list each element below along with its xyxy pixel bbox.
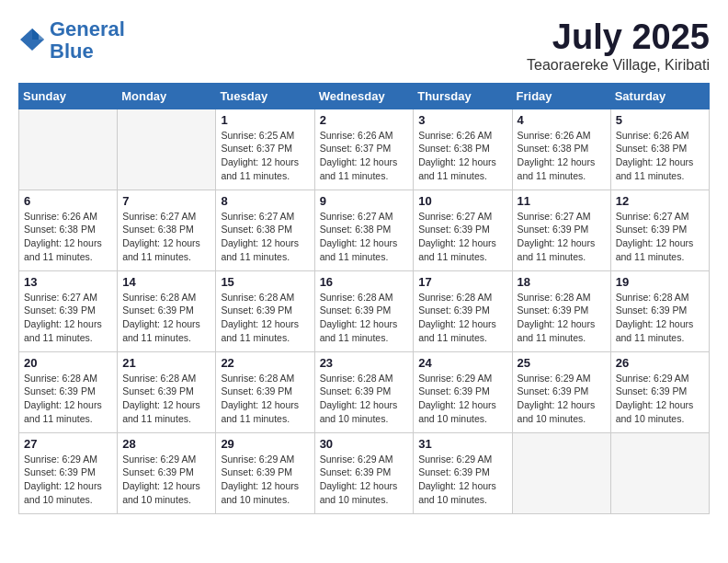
calendar-cell: 28Sunrise: 6:29 AM Sunset: 6:39 PM Dayli… <box>118 432 216 513</box>
day-number: 28 <box>122 437 210 451</box>
day-number: 1 <box>221 113 309 127</box>
weekday-header-sunday: Sunday <box>19 83 118 109</box>
calendar-cell: 31Sunrise: 6:29 AM Sunset: 6:39 PM Dayli… <box>414 432 512 513</box>
day-info: Sunrise: 6:26 AM Sunset: 6:38 PM Dayligh… <box>616 129 704 183</box>
day-number: 15 <box>221 275 309 289</box>
weekday-header-wednesday: Wednesday <box>314 83 414 109</box>
day-number: 22 <box>221 356 309 370</box>
svg-marker-2 <box>39 34 44 40</box>
day-number: 13 <box>24 275 112 289</box>
calendar-cell: 20Sunrise: 6:28 AM Sunset: 6:39 PM Dayli… <box>19 351 118 432</box>
day-number: 12 <box>616 194 704 208</box>
day-number: 26 <box>616 356 704 370</box>
day-info: Sunrise: 6:28 AM Sunset: 6:39 PM Dayligh… <box>221 291 309 345</box>
day-info: Sunrise: 6:29 AM Sunset: 6:39 PM Dayligh… <box>418 372 506 426</box>
calendar-cell: 4Sunrise: 6:26 AM Sunset: 6:38 PM Daylig… <box>512 109 610 190</box>
calendar-cell <box>512 432 610 513</box>
day-info: Sunrise: 6:27 AM Sunset: 6:39 PM Dayligh… <box>418 210 506 264</box>
day-info: Sunrise: 6:29 AM Sunset: 6:39 PM Dayligh… <box>122 453 210 507</box>
day-number: 24 <box>418 356 506 370</box>
day-info: Sunrise: 6:29 AM Sunset: 6:39 PM Dayligh… <box>616 372 704 426</box>
day-info: Sunrise: 6:27 AM Sunset: 6:39 PM Dayligh… <box>518 210 606 264</box>
day-info: Sunrise: 6:28 AM Sunset: 6:39 PM Dayligh… <box>418 291 506 345</box>
calendar-cell: 15Sunrise: 6:28 AM Sunset: 6:39 PM Dayli… <box>216 270 314 351</box>
calendar-cell: 19Sunrise: 6:28 AM Sunset: 6:39 PM Dayli… <box>610 270 709 351</box>
day-number: 6 <box>24 194 112 208</box>
calendar-cell: 29Sunrise: 6:29 AM Sunset: 6:39 PM Dayli… <box>216 432 314 513</box>
day-info: Sunrise: 6:26 AM Sunset: 6:38 PM Dayligh… <box>24 210 112 264</box>
week-row-2: 6Sunrise: 6:26 AM Sunset: 6:38 PM Daylig… <box>19 190 710 270</box>
logo-text: General Blue <box>50 18 125 63</box>
calendar-cell: 11Sunrise: 6:27 AM Sunset: 6:39 PM Dayli… <box>512 190 610 270</box>
day-number: 8 <box>221 194 309 208</box>
day-number: 16 <box>320 275 409 289</box>
calendar-cell: 12Sunrise: 6:27 AM Sunset: 6:39 PM Dayli… <box>610 190 709 270</box>
location-title: Teaoraereke Village, Kiribati <box>527 57 710 74</box>
calendar-cell: 18Sunrise: 6:28 AM Sunset: 6:39 PM Dayli… <box>512 270 610 351</box>
day-info: Sunrise: 6:28 AM Sunset: 6:39 PM Dayligh… <box>320 372 409 426</box>
day-info: Sunrise: 6:29 AM Sunset: 6:39 PM Dayligh… <box>320 453 409 507</box>
day-info: Sunrise: 6:28 AM Sunset: 6:39 PM Dayligh… <box>122 291 210 345</box>
day-info: Sunrise: 6:28 AM Sunset: 6:39 PM Dayligh… <box>24 372 112 426</box>
day-number: 20 <box>24 356 112 370</box>
day-info: Sunrise: 6:28 AM Sunset: 6:39 PM Dayligh… <box>518 291 606 345</box>
calendar-cell: 22Sunrise: 6:28 AM Sunset: 6:39 PM Dayli… <box>216 351 314 432</box>
weekday-header-monday: Monday <box>118 83 216 109</box>
day-number: 2 <box>320 113 409 127</box>
calendar-cell: 30Sunrise: 6:29 AM Sunset: 6:39 PM Dayli… <box>314 432 414 513</box>
day-number: 9 <box>320 194 409 208</box>
calendar: SundayMondayTuesdayWednesdayThursdayFrid… <box>18 83 710 514</box>
calendar-cell: 7Sunrise: 6:27 AM Sunset: 6:38 PM Daylig… <box>118 190 216 270</box>
week-row-1: 1Sunrise: 6:25 AM Sunset: 6:37 PM Daylig… <box>19 109 710 190</box>
week-row-4: 20Sunrise: 6:28 AM Sunset: 6:39 PM Dayli… <box>19 351 710 432</box>
calendar-cell: 1Sunrise: 6:25 AM Sunset: 6:37 PM Daylig… <box>216 109 314 190</box>
calendar-cell: 17Sunrise: 6:28 AM Sunset: 6:39 PM Dayli… <box>414 270 512 351</box>
day-info: Sunrise: 6:25 AM Sunset: 6:37 PM Dayligh… <box>221 129 309 183</box>
day-info: Sunrise: 6:28 AM Sunset: 6:39 PM Dayligh… <box>616 291 704 345</box>
day-info: Sunrise: 6:29 AM Sunset: 6:39 PM Dayligh… <box>418 453 506 507</box>
logo-icon <box>18 27 46 54</box>
day-info: Sunrise: 6:28 AM Sunset: 6:39 PM Dayligh… <box>122 372 210 426</box>
calendar-cell: 24Sunrise: 6:29 AM Sunset: 6:39 PM Dayli… <box>414 351 512 432</box>
day-info: Sunrise: 6:28 AM Sunset: 6:39 PM Dayligh… <box>221 372 309 426</box>
calendar-cell <box>19 109 118 190</box>
calendar-cell <box>118 109 216 190</box>
day-number: 29 <box>221 437 309 451</box>
calendar-cell: 27Sunrise: 6:29 AM Sunset: 6:39 PM Dayli… <box>19 432 118 513</box>
day-info: Sunrise: 6:27 AM Sunset: 6:39 PM Dayligh… <box>24 291 112 345</box>
day-info: Sunrise: 6:29 AM Sunset: 6:39 PM Dayligh… <box>221 453 309 507</box>
day-info: Sunrise: 6:29 AM Sunset: 6:39 PM Dayligh… <box>24 453 112 507</box>
day-number: 31 <box>418 437 506 451</box>
calendar-cell: 5Sunrise: 6:26 AM Sunset: 6:38 PM Daylig… <box>610 109 709 190</box>
day-info: Sunrise: 6:27 AM Sunset: 6:39 PM Dayligh… <box>616 210 704 264</box>
calendar-cell: 26Sunrise: 6:29 AM Sunset: 6:39 PM Dayli… <box>610 351 709 432</box>
day-number: 27 <box>24 437 112 451</box>
day-number: 5 <box>616 113 704 127</box>
title-block: July 2025 Teaoraereke Village, Kiribati <box>527 18 710 74</box>
calendar-cell: 2Sunrise: 6:26 AM Sunset: 6:37 PM Daylig… <box>314 109 414 190</box>
calendar-cell: 8Sunrise: 6:27 AM Sunset: 6:38 PM Daylig… <box>216 190 314 270</box>
calendar-cell: 23Sunrise: 6:28 AM Sunset: 6:39 PM Dayli… <box>314 351 414 432</box>
day-number: 21 <box>122 356 210 370</box>
day-number: 11 <box>518 194 606 208</box>
day-info: Sunrise: 6:27 AM Sunset: 6:38 PM Dayligh… <box>320 210 409 264</box>
week-row-5: 27Sunrise: 6:29 AM Sunset: 6:39 PM Dayli… <box>19 432 710 513</box>
day-info: Sunrise: 6:26 AM Sunset: 6:38 PM Dayligh… <box>418 129 506 183</box>
day-info: Sunrise: 6:27 AM Sunset: 6:38 PM Dayligh… <box>221 210 309 264</box>
day-number: 3 <box>418 113 506 127</box>
calendar-cell <box>610 432 709 513</box>
calendar-cell: 3Sunrise: 6:26 AM Sunset: 6:38 PM Daylig… <box>414 109 512 190</box>
weekday-header-tuesday: Tuesday <box>216 83 314 109</box>
day-number: 14 <box>122 275 210 289</box>
calendar-cell: 6Sunrise: 6:26 AM Sunset: 6:38 PM Daylig… <box>19 190 118 270</box>
logo: General Blue <box>18 18 125 63</box>
day-number: 10 <box>418 194 506 208</box>
calendar-cell: 13Sunrise: 6:27 AM Sunset: 6:39 PM Dayli… <box>19 270 118 351</box>
month-title: July 2025 <box>527 18 710 57</box>
week-row-3: 13Sunrise: 6:27 AM Sunset: 6:39 PM Dayli… <box>19 270 710 351</box>
calendar-cell: 9Sunrise: 6:27 AM Sunset: 6:38 PM Daylig… <box>314 190 414 270</box>
day-info: Sunrise: 6:27 AM Sunset: 6:38 PM Dayligh… <box>122 210 210 264</box>
day-info: Sunrise: 6:28 AM Sunset: 6:39 PM Dayligh… <box>320 291 409 345</box>
calendar-cell: 16Sunrise: 6:28 AM Sunset: 6:39 PM Dayli… <box>314 270 414 351</box>
weekday-header-saturday: Saturday <box>610 83 709 109</box>
